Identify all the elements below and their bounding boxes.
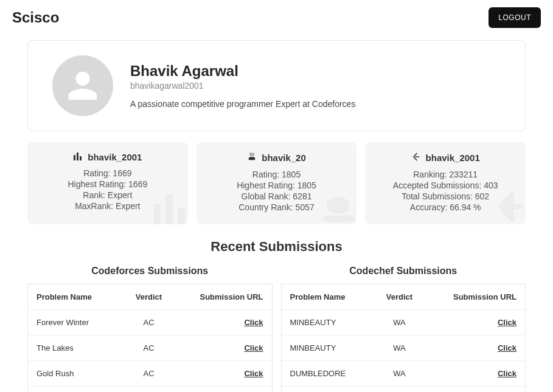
problem-cell: Gold Rush (28, 361, 123, 387)
user-icon (66, 69, 100, 103)
table-row: TAKENOTLESSWAClick (281, 387, 526, 393)
verdict-cell: AC (123, 387, 175, 393)
col-problem: Problem Name (28, 284, 123, 310)
header: Scisco LOGOUT (0, 0, 553, 28)
col-problem: Problem Name (281, 284, 372, 310)
svg-rect-7 (249, 159, 256, 160)
cf-rating: Rating: 1669 (33, 168, 182, 178)
problem-cell: TAKENOTLESS (281, 387, 372, 393)
verdict-cell: AC (123, 361, 175, 387)
svg-rect-1 (77, 153, 78, 160)
url-cell: Click (426, 361, 525, 387)
verdict-cell: WA (372, 310, 426, 335)
svg-rect-2 (80, 156, 82, 160)
cf-highest: Highest Rating: 1669 (33, 179, 182, 189)
col-url: Submission URL (175, 284, 272, 310)
table-row: Mr. Perfectly FineACClick (28, 387, 273, 393)
verdict-cell: AC (123, 310, 175, 335)
table-row: Gold RushACClick (28, 361, 273, 387)
url-cell: Click (426, 310, 525, 335)
submission-link[interactable]: Click (244, 369, 263, 378)
problem-cell: MINBEAUTY (281, 335, 372, 361)
profile-handle: bhavikagarwal2001 (130, 81, 355, 91)
problem-cell: MINBEAUTY (281, 310, 372, 335)
codeforces-card: bhavik_2001 Rating: 1669 Highest Rating:… (27, 142, 188, 224)
verdict-cell: AC (123, 335, 175, 361)
svg-rect-0 (74, 155, 75, 160)
verdict-cell: WA (372, 361, 426, 387)
svg-rect-4 (165, 194, 173, 224)
codeforces-handle: bhavik_2001 (88, 152, 142, 162)
leetcode-card: bhavik_2001 Ranking: 233211 Accepted Sub… (365, 142, 526, 224)
col-url: Submission URL (426, 284, 525, 310)
svg-rect-3 (153, 204, 161, 224)
url-cell: Click (426, 387, 525, 393)
submission-link[interactable]: Click (498, 318, 516, 327)
cf-table-title: Codeforces Submissions (27, 266, 273, 277)
submission-link[interactable]: Click (498, 369, 516, 378)
verdict-cell: WA (372, 387, 426, 393)
cc-table-title: Codechef Submissions (281, 266, 526, 277)
url-cell: Click (175, 361, 272, 387)
codeforces-bg-icon (149, 191, 188, 224)
codechef-card: bhavik_20 Rating: 1805 Highest Rating: 1… (197, 142, 357, 224)
submission-link[interactable]: Click (498, 343, 516, 352)
brand-title: Scisco (12, 9, 59, 26)
recent-submissions-title: Recent Submissions (27, 239, 526, 255)
svg-point-8 (327, 197, 350, 214)
table-row: MINBEAUTYWAClick (281, 310, 526, 335)
url-cell: Click (175, 387, 272, 393)
leetcode-bg-icon (492, 188, 526, 224)
submission-link[interactable]: Click (244, 343, 263, 352)
cf-table: Problem Name Verdict Submission URL Fore… (27, 284, 273, 392)
problem-cell: Mr. Perfectly Fine (28, 387, 123, 393)
codechef-handle: bhavik_20 (262, 153, 306, 163)
profile-bio: A passionate competitive programmer Expe… (130, 99, 355, 109)
table-row: MINBEAUTYWAClick (281, 335, 526, 361)
svg-rect-5 (178, 208, 185, 224)
table-row: Forever WinterACClick (28, 310, 273, 335)
profile-card: Bhavik Agarwal bhavikagarwal2001 A passi… (27, 40, 526, 131)
leetcode-handle: bhavik_2001 (426, 153, 480, 163)
codechef-bg-icon (316, 185, 356, 224)
codechef-icon (247, 152, 257, 163)
submission-link[interactable]: Click (244, 318, 263, 327)
url-cell: Click (175, 310, 272, 335)
logout-button[interactable]: LOGOUT (489, 7, 541, 28)
avatar (52, 55, 113, 116)
cc-table: Problem Name Verdict Submission URL MINB… (281, 284, 526, 392)
profile-name: Bhavik Agarwal (130, 63, 355, 80)
table-row: DUMBLEDOREWAClick (281, 361, 526, 387)
codeforces-icon (73, 152, 83, 162)
url-cell: Click (426, 335, 525, 361)
col-verdict: Verdict (123, 284, 175, 310)
verdict-cell: WA (372, 335, 426, 361)
leetcode-icon (411, 152, 421, 163)
col-verdict: Verdict (372, 284, 426, 310)
url-cell: Click (175, 335, 272, 361)
problem-cell: The Lakes (28, 335, 123, 361)
table-row: The LakesACClick (28, 335, 273, 361)
lc-ranking: Ranking: 233211 (371, 170, 520, 179)
problem-cell: DUMBLEDORE (281, 361, 372, 387)
problem-cell: Forever Winter (28, 310, 123, 335)
cc-rating: Rating: 1805 (203, 170, 351, 179)
